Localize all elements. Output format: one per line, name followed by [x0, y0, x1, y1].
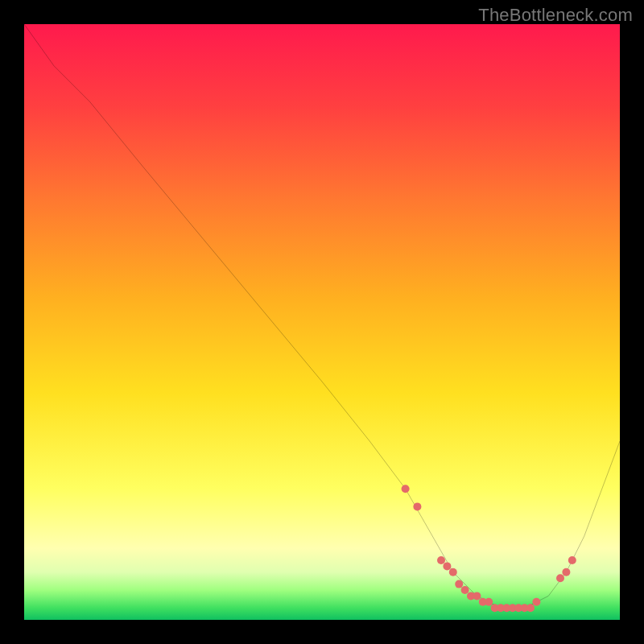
marker-point: [568, 556, 576, 564]
plot-area: [24, 24, 620, 620]
marker-point: [461, 586, 469, 594]
bottleneck-curve: [24, 24, 620, 608]
marker-point: [473, 592, 481, 600]
marker-point: [437, 556, 445, 564]
marker-point: [485, 598, 493, 606]
marker-point: [402, 485, 410, 493]
marker-point: [413, 502, 421, 510]
marker-point: [455, 580, 463, 588]
marker-point: [532, 598, 540, 606]
watermark-text: TheBottleneck.com: [478, 5, 633, 26]
highlighted-points: [402, 485, 576, 612]
marker-point: [526, 604, 535, 612]
chart-container: TheBottleneck.com: [0, 0, 644, 644]
marker-point: [449, 568, 457, 576]
chart-svg: [24, 24, 620, 620]
marker-point: [443, 562, 451, 570]
marker-point: [556, 574, 564, 582]
marker-point: [562, 568, 570, 576]
